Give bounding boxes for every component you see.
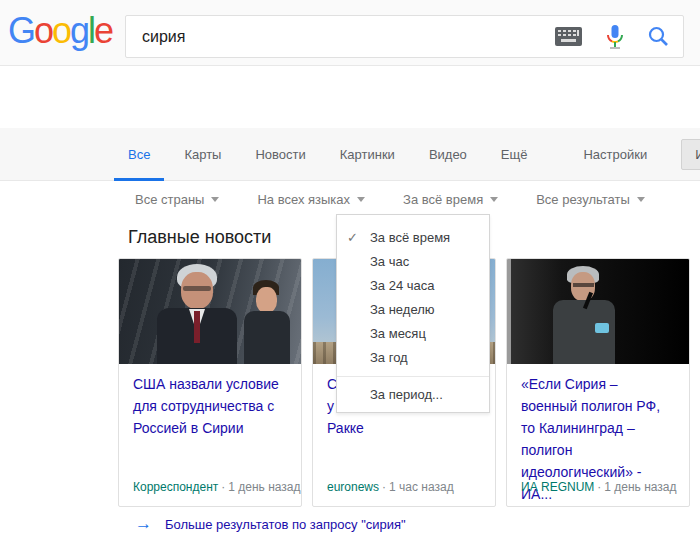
news-source: ИА REGNUM bbox=[521, 480, 594, 494]
news-source: Корреспондент bbox=[133, 480, 218, 494]
arrow-right-icon: → bbox=[135, 514, 152, 534]
news-time: 1 день назад bbox=[228, 480, 300, 494]
filter-time[interactable]: За всё время bbox=[403, 192, 498, 207]
chevron-down-icon bbox=[357, 197, 365, 202]
tab-images[interactable]: Картинки bbox=[340, 128, 395, 181]
news-image[interactable] bbox=[119, 259, 301, 364]
dropdown-item-past-week[interactable]: За неделю bbox=[337, 298, 489, 322]
filter-country[interactable]: Все страны bbox=[135, 192, 219, 207]
news-time: 1 день назад bbox=[604, 480, 676, 494]
news-meta: euronews·1 час назад bbox=[327, 480, 454, 494]
news-title-link[interactable]: США назвали условие для сотрудничества с… bbox=[133, 373, 287, 439]
news-meta: Корреспондент·1 день назад bbox=[133, 480, 301, 494]
meta-separator: · bbox=[594, 480, 604, 494]
search-input[interactable] bbox=[142, 16, 542, 57]
dropdown-item-past-24h[interactable]: За 24 часа bbox=[337, 274, 489, 298]
news-title-line: Ракке bbox=[327, 417, 481, 439]
search-header: Google bbox=[0, 0, 700, 66]
news-time: 1 час назад bbox=[389, 480, 454, 494]
news-meta: ИА REGNUM·1 день назад bbox=[521, 480, 677, 494]
dropdown-item-all-time[interactable]: ✓ За всё время bbox=[337, 226, 489, 250]
search-tools-bar: Все страны На всех языках За всё время В… bbox=[135, 182, 645, 216]
dropdown-divider bbox=[337, 376, 489, 377]
tab-news[interactable]: Новости bbox=[255, 128, 305, 181]
google-logo[interactable]: Google bbox=[8, 10, 112, 52]
tab-videos[interactable]: Видео bbox=[429, 128, 467, 181]
check-icon: ✓ bbox=[347, 226, 358, 250]
logo-letter: g bbox=[70, 10, 88, 51]
results-tab-bar: Все Карты Новости Картинки Видео Ещё Нас… bbox=[0, 128, 700, 181]
filter-country-label: Все страны bbox=[135, 192, 204, 207]
meta-separator: · bbox=[379, 480, 389, 494]
search-box bbox=[125, 15, 684, 58]
tab-more[interactable]: Ещё bbox=[501, 128, 528, 181]
news-card: «Если Сирия – военный полигон РФ, то Кал… bbox=[506, 258, 690, 507]
tools-button[interactable]: Инструменты bbox=[681, 139, 700, 170]
settings-link[interactable]: Настройки bbox=[583, 128, 647, 181]
filter-time-label: За всё время bbox=[403, 192, 483, 207]
tab-maps[interactable]: Карты bbox=[184, 128, 221, 181]
dropdown-item-custom-range[interactable]: За период... bbox=[337, 383, 489, 407]
logo-letter: o bbox=[52, 10, 70, 51]
filter-results-label: Все результаты bbox=[536, 192, 630, 207]
more-results-link[interactable]: → Больше результатов по запросу "сирия" bbox=[135, 514, 406, 534]
chevron-down-icon bbox=[211, 197, 219, 202]
news-image[interactable] bbox=[507, 259, 689, 364]
time-filter-dropdown: ✓ За всё время За час За 24 часа За неде… bbox=[336, 214, 490, 413]
keyboard-icon[interactable] bbox=[555, 27, 582, 46]
logo-letter: e bbox=[94, 10, 112, 51]
tab-all[interactable]: Все bbox=[128, 128, 150, 181]
news-heading: Главные новости bbox=[128, 227, 271, 248]
more-results-label: Больше результатов по запросу "сирия" bbox=[165, 517, 406, 532]
dropdown-item-past-hour[interactable]: За час bbox=[337, 250, 489, 274]
filter-language-label: На всех языках bbox=[257, 192, 350, 207]
dropdown-item-past-month[interactable]: За месяц bbox=[337, 322, 489, 346]
chevron-down-icon bbox=[637, 197, 645, 202]
search-icon[interactable] bbox=[648, 26, 669, 47]
news-source: euronews bbox=[327, 480, 379, 494]
microphone-icon[interactable] bbox=[606, 24, 624, 50]
dropdown-item-label: За всё время bbox=[370, 230, 450, 245]
logo-letter: G bbox=[8, 10, 34, 51]
news-card: США назвали условие для сотрудничества с… bbox=[118, 258, 302, 507]
dropdown-item-past-year[interactable]: За год bbox=[337, 346, 489, 370]
meta-separator: · bbox=[218, 480, 228, 494]
chevron-down-icon bbox=[490, 197, 498, 202]
filter-results[interactable]: Все результаты bbox=[536, 192, 645, 207]
filter-language[interactable]: На всех языках bbox=[257, 192, 365, 207]
logo-letter: o bbox=[34, 10, 52, 51]
